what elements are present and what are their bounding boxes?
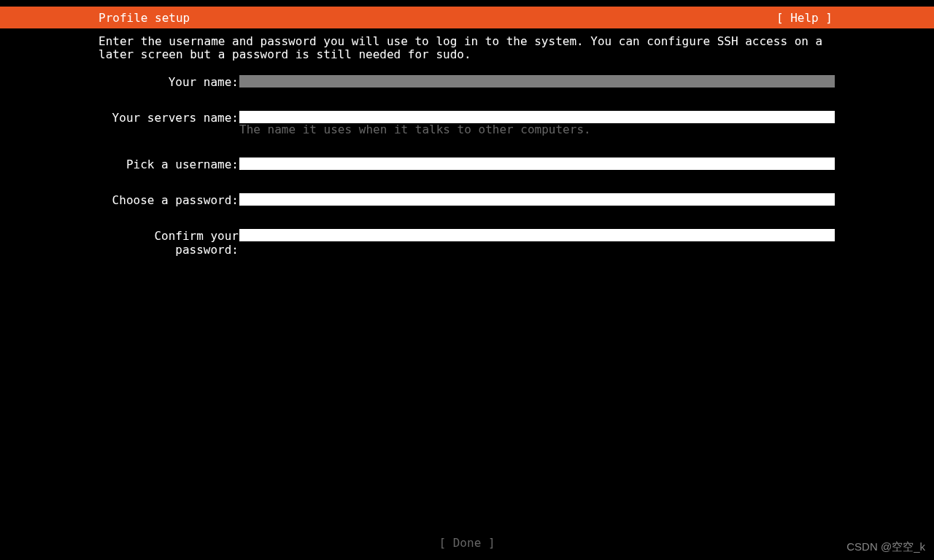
help-button[interactable]: [ Help ] <box>776 11 833 25</box>
page-title: Profile setup <box>99 11 190 25</box>
input-password[interactable] <box>239 193 835 206</box>
input-confirm-password[interactable] <box>239 229 835 241</box>
label-confirm-password: Confirm your password: <box>99 229 239 257</box>
label-password: Choose a password: <box>99 193 239 207</box>
hint-server-name: The name it uses when it talks to other … <box>239 123 835 136</box>
instructions-text: Enter the username and password you will… <box>99 35 835 62</box>
watermark-text: CSDN @空空_k <box>846 540 925 554</box>
done-button[interactable]: [ Done ] <box>439 536 495 550</box>
content-area: Enter the username and password you will… <box>99 35 835 279</box>
footer-bar: [ Done ] <box>0 536 934 550</box>
label-username: Pick a username: <box>99 158 239 171</box>
label-your-name: Your name: <box>99 75 239 89</box>
form-row-username: Pick a username: <box>99 158 835 171</box>
input-your-name[interactable] <box>239 75 835 88</box>
form-row-your-name: Your name: <box>99 75 835 89</box>
header-bar: Profile setup [ Help ] <box>0 7 934 28</box>
form-row-server-name: Your servers name: The name it uses when… <box>99 111 835 136</box>
label-server-name: Your servers name: <box>99 111 239 125</box>
input-username[interactable] <box>239 158 835 170</box>
input-server-name[interactable] <box>239 111 835 123</box>
form-row-confirm-password: Confirm your password: <box>99 229 835 257</box>
form-row-password: Choose a password: <box>99 193 835 207</box>
